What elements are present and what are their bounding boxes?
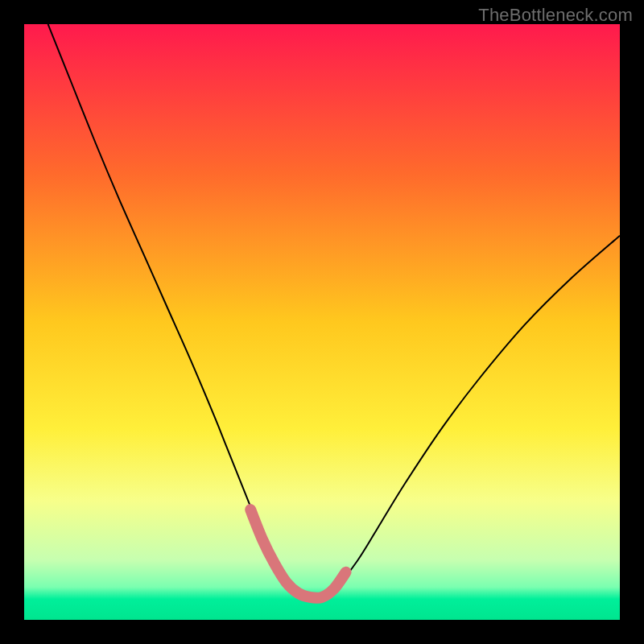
- watermark-text: TheBottleneck.com: [478, 5, 633, 26]
- bottleneck-chart: [24, 24, 620, 620]
- gradient-background: [24, 24, 620, 620]
- plot-area: [24, 24, 620, 620]
- chart-frame: TheBottleneck.com: [0, 0, 644, 644]
